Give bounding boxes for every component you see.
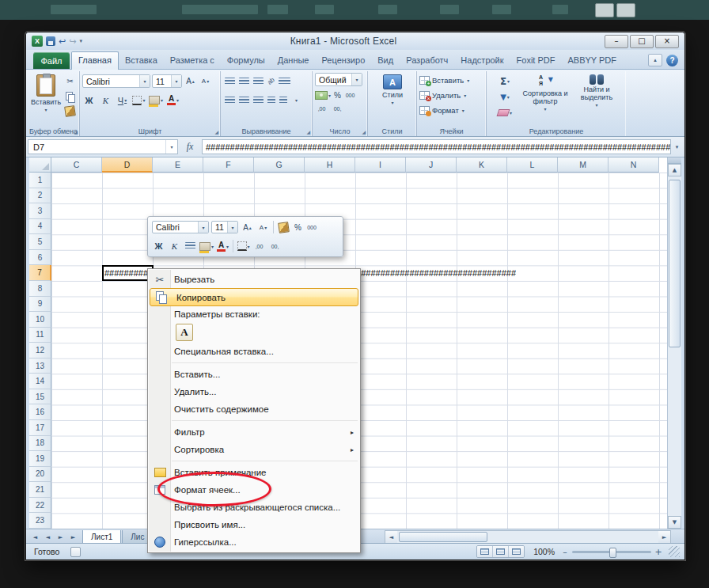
ribbon-tab[interactable]: Формулы bbox=[221, 52, 271, 69]
horizontal-scroll-thumb[interactable] bbox=[399, 532, 487, 542]
row-header[interactable]: 19 bbox=[29, 451, 51, 467]
context-menu-item[interactable]: Копировать ▸ bbox=[150, 288, 358, 306]
first-sheet-button[interactable]: ◄ bbox=[29, 531, 41, 543]
column-header[interactable]: N bbox=[609, 157, 659, 173]
maximize-button[interactable]: □ bbox=[630, 35, 654, 48]
sheet-tab[interactable]: Лист1 bbox=[82, 530, 121, 544]
comma-style-button[interactable]: 000 bbox=[344, 89, 356, 102]
last-sheet-button[interactable]: ► bbox=[67, 531, 79, 543]
zoom-in-icon[interactable]: + bbox=[654, 547, 662, 557]
ribbon-tab[interactable]: Разработч bbox=[400, 52, 454, 69]
dialog-launcher-icon[interactable]: ◢ bbox=[74, 130, 78, 135]
column-header[interactable]: G bbox=[254, 157, 305, 173]
ribbon-tab[interactable]: Разметка с bbox=[164, 52, 221, 69]
context-menu-item[interactable]: Очистить содержимое ▸ bbox=[148, 400, 360, 418]
decrease-indent-icon[interactable] bbox=[267, 97, 275, 104]
context-menu-item[interactable]: Присвоить имя... ▸ bbox=[148, 516, 360, 533]
help-icon[interactable]: ? bbox=[666, 55, 678, 66]
context-menu-item[interactable]: ▸ bbox=[148, 458, 360, 464]
row-header[interactable]: 3 bbox=[29, 203, 51, 219]
row-header[interactable]: 5 bbox=[29, 234, 51, 250]
mini-font-size-select[interactable]: 11 ▾ bbox=[211, 221, 238, 233]
insert-cells-button[interactable]: + Вставить ▾ bbox=[419, 73, 484, 88]
align-bottom-icon[interactable] bbox=[253, 78, 264, 85]
dialog-launcher-icon[interactable]: ◢ bbox=[362, 130, 366, 135]
normal-view-button[interactable] bbox=[477, 546, 493, 557]
context-menu-item[interactable]: Вставить... ▸ bbox=[148, 366, 360, 383]
insert-function-icon[interactable]: fx bbox=[178, 141, 202, 153]
increase-indent-icon[interactable] bbox=[279, 97, 287, 104]
row-header[interactable]: 11 bbox=[29, 328, 51, 343]
shrink-font-button[interactable]: А▾ bbox=[199, 74, 212, 88]
ribbon-tab[interactable]: Вставка bbox=[119, 52, 164, 69]
ribbon-tab[interactable]: Надстройк bbox=[454, 52, 510, 69]
wrap-text-icon[interactable] bbox=[279, 78, 290, 85]
vertical-scrollbar[interactable]: ▲ ▼ bbox=[667, 157, 681, 529]
column-header[interactable]: M bbox=[558, 157, 609, 173]
cut-button[interactable]: ✂ bbox=[63, 74, 77, 88]
mini-grow-font-button[interactable]: А▴ bbox=[241, 221, 254, 234]
format-cells-button[interactable]: Формат ▾ bbox=[419, 103, 484, 118]
column-header[interactable]: J bbox=[406, 157, 457, 173]
expand-formula-bar-icon[interactable]: ▾ bbox=[671, 144, 683, 150]
italic-button[interactable]: К bbox=[99, 93, 112, 107]
context-menu-item[interactable]: Фильтр ▸ bbox=[148, 423, 360, 441]
grow-font-button[interactable]: А▴ bbox=[184, 74, 197, 88]
mini-percent-button[interactable]: % bbox=[293, 221, 303, 234]
formula-input[interactable]: ########################################… bbox=[202, 139, 671, 154]
column-header[interactable]: I bbox=[355, 157, 406, 173]
row-header[interactable]: 1 bbox=[29, 173, 51, 188]
font-name-select[interactable]: Calibri ▾ bbox=[82, 74, 150, 88]
mini-center-button[interactable] bbox=[184, 240, 197, 253]
accounting-format-button[interactable]: ▾ bbox=[315, 89, 331, 102]
column-header[interactable]: H bbox=[305, 157, 355, 173]
minimize-button[interactable]: – bbox=[605, 35, 628, 48]
ribbon-tab[interactable]: ABBYY PDF bbox=[561, 52, 623, 69]
increase-decimal-button[interactable]: ,00 bbox=[315, 104, 328, 114]
mini-increase-decimal-button[interactable]: ,00 bbox=[252, 240, 266, 253]
mini-decrease-decimal-button[interactable]: 00, bbox=[268, 240, 282, 253]
mini-fill-color-button[interactable]: ▾ bbox=[199, 240, 214, 253]
context-menu-item[interactable]: Гиперссылка... ▸ bbox=[148, 533, 360, 551]
bold-button[interactable]: Ж bbox=[82, 93, 96, 107]
close-button[interactable]: × bbox=[655, 35, 679, 48]
ribbon-tab[interactable]: Foxit PDF bbox=[510, 52, 562, 69]
row-header[interactable]: 2 bbox=[29, 188, 51, 204]
align-top-icon[interactable] bbox=[225, 78, 235, 85]
row-header[interactable]: 12 bbox=[29, 343, 51, 358]
scroll-up-icon[interactable]: ▲ bbox=[668, 164, 681, 176]
row-header[interactable]: 14 bbox=[29, 374, 51, 389]
row-header[interactable]: 13 bbox=[29, 358, 51, 374]
context-menu-item[interactable]: Сортировка ▸ bbox=[148, 441, 360, 458]
context-menu-item[interactable]: ▸ bbox=[148, 360, 360, 366]
row-header[interactable]: 4 bbox=[29, 219, 51, 235]
select-all-corner[interactable] bbox=[29, 157, 51, 173]
fill-button[interactable]: ▼▾ bbox=[491, 90, 519, 104]
row-header[interactable]: 8 bbox=[29, 281, 51, 297]
mini-italic-button[interactable]: К bbox=[168, 240, 181, 253]
align-middle-icon[interactable] bbox=[239, 78, 249, 85]
ribbon-tab[interactable]: Данные bbox=[271, 52, 316, 69]
undo-button[interactable]: ↩ bbox=[59, 37, 66, 46]
mini-bold-button[interactable]: Ж bbox=[152, 240, 165, 253]
tab-file[interactable]: Файл bbox=[33, 52, 70, 69]
format-painter-button[interactable] bbox=[63, 104, 77, 118]
align-left-icon[interactable] bbox=[225, 97, 235, 104]
mini-font-name-select[interactable]: Calibri ▾ bbox=[152, 221, 209, 233]
column-header[interactable]: D bbox=[102, 157, 153, 173]
row-header[interactable]: 9 bbox=[29, 297, 51, 313]
clear-button[interactable]: ▾ bbox=[491, 106, 519, 119]
row-header[interactable]: 20 bbox=[29, 467, 51, 483]
vertical-scroll-thumb[interactable] bbox=[669, 180, 681, 347]
row-header[interactable]: 10 bbox=[29, 312, 51, 328]
row-header[interactable]: 16 bbox=[29, 404, 51, 420]
fill-color-button[interactable]: ▾ bbox=[149, 93, 163, 107]
row-header[interactable]: 15 bbox=[29, 389, 51, 405]
context-menu-item[interactable]: A ▸ bbox=[148, 322, 360, 343]
column-header[interactable]: K bbox=[457, 157, 507, 173]
mini-font-color-button[interactable]: А▾ bbox=[216, 240, 229, 253]
scroll-left-icon[interactable]: ◄ bbox=[385, 531, 397, 543]
copy-button[interactable] bbox=[63, 89, 77, 103]
zoom-level[interactable]: 100% bbox=[531, 547, 555, 556]
page-layout-view-button[interactable] bbox=[493, 546, 509, 557]
